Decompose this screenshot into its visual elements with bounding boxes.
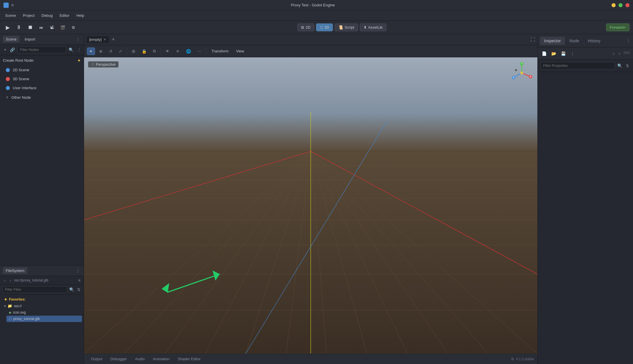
toolbar-divider-1 bbox=[127, 48, 127, 55]
rotate-tool-button[interactable]: ↺ bbox=[107, 47, 115, 55]
fs-item-icon-svg[interactable]: ◈ icon.svg bbox=[6, 309, 82, 316]
inspector-options-button[interactable]: ⋮ bbox=[569, 50, 576, 57]
tab-scene[interactable]: Scene bbox=[3, 36, 19, 43]
viewport-toolbar: ✦ ⊕ ↺ ⤢ ⊞ 🔒 ⧉ 👁 ☀ 🌐 ⋯ Transform View bbox=[84, 45, 537, 57]
godot-status-icon: ⚙ bbox=[511, 357, 514, 361]
pause-button[interactable]: ⏸ bbox=[14, 23, 24, 32]
tab-import[interactable]: Import bbox=[22, 36, 38, 43]
viewport-tab-actions: ⛶ bbox=[530, 37, 535, 42]
tab-shader-editor[interactable]: Shader Editor bbox=[174, 356, 204, 362]
camera-button[interactable]: 👁 bbox=[163, 47, 172, 55]
viewport-tab-empty[interactable]: [empty] ✕ bbox=[86, 36, 109, 43]
add-tab-button[interactable]: + bbox=[110, 36, 117, 43]
view-label[interactable]: View bbox=[233, 48, 247, 54]
inspector-forward-button[interactable]: › bbox=[617, 50, 622, 57]
play-scene-button[interactable]: ⏭ bbox=[37, 24, 46, 31]
mode-3d-icon: ⬡ bbox=[320, 25, 323, 30]
mode-3d-button[interactable]: ⬡ 3D bbox=[316, 23, 333, 31]
filter-properties-input[interactable] bbox=[541, 62, 615, 69]
fs-back-button[interactable]: ‹ bbox=[2, 277, 7, 283]
tab-node[interactable]: Node bbox=[565, 37, 583, 45]
settings-button[interactable]: ⚙ bbox=[69, 24, 78, 31]
inspector-new-script-button[interactable]: 📄 bbox=[540, 50, 548, 57]
renderer-button[interactable]: Forward+ bbox=[606, 23, 630, 31]
inspector-save-button[interactable]: 💾 bbox=[559, 50, 568, 57]
glb-file-icon: ⬡ bbox=[9, 317, 12, 321]
stop-button[interactable]: ⏹ bbox=[25, 23, 35, 32]
filesystem-filter: 🔍 ⇅ bbox=[0, 285, 84, 295]
tab-debugger[interactable]: Debugger bbox=[107, 356, 130, 362]
close-tab-icon[interactable]: ✕ bbox=[103, 38, 106, 41]
move-tool-button[interactable]: ⊕ bbox=[97, 47, 105, 55]
filter-nodes-input[interactable] bbox=[17, 46, 66, 53]
tab-history[interactable]: History bbox=[584, 37, 605, 45]
menu-project[interactable]: Project bbox=[20, 12, 37, 19]
filter-properties-sort-btn[interactable]: ⇅ bbox=[625, 63, 630, 69]
doc-label: DOC bbox=[623, 50, 631, 57]
tab-inspector[interactable]: Inspector bbox=[540, 37, 565, 45]
environment-button[interactable]: 🌐 bbox=[184, 47, 193, 55]
favorite-icon: ★ bbox=[77, 58, 81, 63]
menu-help[interactable]: Help bbox=[74, 12, 87, 19]
node-2d-scene[interactable]: 2D Scene bbox=[3, 65, 81, 74]
search-nodes-button[interactable]: 🔍 bbox=[68, 47, 74, 53]
scale-tool-button[interactable]: ⤢ bbox=[116, 47, 125, 55]
node-3d-scene[interactable]: 3D Scene bbox=[3, 74, 81, 83]
assetlib-button[interactable]: ⬆ AssetLib bbox=[360, 23, 386, 31]
filter-files-search-btn[interactable]: 🔍 bbox=[68, 286, 75, 293]
toolbar-left: ▶ ⏸ ⏹ ⏭ 📽 🎬 ⚙ bbox=[3, 23, 78, 32]
script-button[interactable]: 📜 Script bbox=[335, 23, 358, 31]
tab-audio[interactable]: Audio bbox=[132, 356, 148, 362]
node-ui[interactable]: User Interface bbox=[3, 83, 81, 92]
filesystem-more-button[interactable]: ⋮ bbox=[75, 268, 81, 274]
toolbar-divider-2 bbox=[160, 48, 161, 55]
filter-files-input[interactable] bbox=[2, 286, 67, 293]
sun-button[interactable]: ☀ bbox=[174, 47, 182, 55]
inspector-open-button[interactable]: 📂 bbox=[550, 50, 558, 57]
other-node[interactable]: + Other Node bbox=[3, 92, 81, 102]
filter-files-sort-btn[interactable]: ⇅ bbox=[76, 286, 81, 293]
minimize-button[interactable] bbox=[612, 3, 616, 7]
play-button[interactable]: ▶ bbox=[3, 23, 12, 32]
menu-debug[interactable]: Debug bbox=[39, 12, 55, 19]
tab-output[interactable]: Output bbox=[87, 356, 106, 362]
filter-properties-search-btn[interactable]: 🔍 bbox=[616, 63, 623, 69]
viewport-3d[interactable]: ⋮ Perspective Y X Z bbox=[84, 57, 537, 354]
tab-animation[interactable]: Animation bbox=[149, 356, 173, 362]
scene-toolbar: + 🔗 🔍 ⋮ bbox=[0, 45, 84, 55]
close-button[interactable] bbox=[625, 3, 630, 7]
center-panel: [empty] ✕ + ⛶ ✦ ⊕ ↺ ⤢ ⊞ 🔒 ⧉ 👁 ☀ 🌐 ⋯ Tran… bbox=[84, 34, 537, 364]
svg-text:Z: Z bbox=[513, 76, 515, 79]
select-tool-button[interactable]: ✦ bbox=[87, 47, 95, 55]
maximize-button[interactable] bbox=[619, 3, 623, 7]
menu-editor[interactable]: Editor bbox=[57, 12, 72, 19]
tab-filesystem[interactable]: FileSystem bbox=[3, 267, 27, 274]
right-panel: Inspector Node History ⋮ 📄 📂 💾 ⋮ ‹ › DOC… bbox=[537, 34, 633, 364]
fs-item-proxy-glb[interactable]: ⬡ proxy_tutorial.glb bbox=[6, 316, 82, 322]
fs-forward-button[interactable]: › bbox=[8, 277, 13, 283]
perspective-label[interactable]: ⋮ Perspective bbox=[88, 61, 118, 67]
version-status: ⚙ 4.1.2.stable bbox=[511, 357, 534, 361]
transform-label[interactable]: Transform bbox=[209, 48, 231, 54]
add-node-button[interactable]: + bbox=[3, 46, 7, 53]
more-nodes-button[interactable]: ⋮ bbox=[76, 47, 82, 53]
group-button[interactable]: ⧉ bbox=[151, 47, 158, 55]
fullscreen-button[interactable]: ⛶ bbox=[530, 37, 535, 42]
link-node-button[interactable]: 🔗 bbox=[9, 47, 16, 53]
scene-more-button[interactable]: ⋮ bbox=[75, 36, 81, 43]
inspector-back-button[interactable]: ‹ bbox=[611, 50, 616, 57]
snap-button[interactable]: ⊞ bbox=[129, 47, 138, 55]
filter-properties: 🔍 ⇅ bbox=[538, 60, 633, 72]
bottom-tabs: Output Debugger Audio Animation Shader E… bbox=[84, 354, 537, 364]
viewport-gizmo[interactable]: Y X Z bbox=[510, 61, 533, 85]
godot-icon bbox=[3, 3, 9, 8]
viewport-options-button[interactable]: ⋯ bbox=[195, 47, 204, 55]
lock-button[interactable]: 🔒 bbox=[139, 47, 149, 55]
inspector-more-button[interactable]: ⋮ bbox=[626, 38, 631, 43]
movie-button[interactable]: 🎬 bbox=[58, 24, 68, 31]
play-custom-button[interactable]: 📽 bbox=[48, 24, 56, 31]
mode-2d-button[interactable]: ⊞ 2D bbox=[297, 23, 314, 31]
menu-scene[interactable]: Scene bbox=[2, 12, 19, 19]
fs-item-res[interactable]: ▾ 📁 res:// bbox=[2, 303, 82, 309]
fs-layout-button[interactable]: ≡ bbox=[77, 277, 81, 283]
